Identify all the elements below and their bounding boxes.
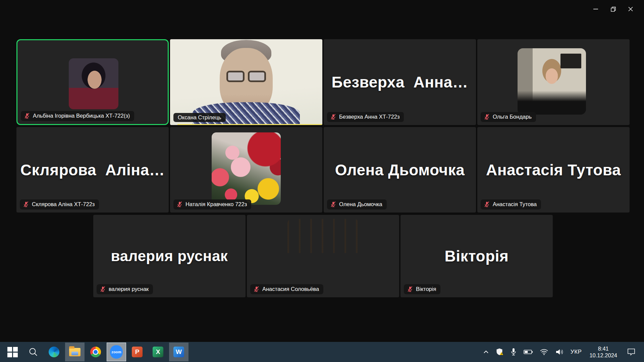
taskbar-powerpoint-button[interactable]: P (127, 342, 148, 362)
action-center-icon (627, 348, 635, 356)
participant-name-text: Склярова Аліна ХТ-722з (32, 201, 95, 207)
participant-name-label: Анастасия Соловьёва (250, 284, 323, 294)
restore-icon (611, 7, 616, 12)
video-bottom-highlight (177, 124, 322, 125)
taskbar-chrome-button[interactable] (85, 342, 106, 362)
participant-name-label: Наталія Кравченко 722з (173, 199, 251, 209)
participant-name-text: валерия руснак (109, 286, 149, 292)
tray-time: 8:41 (598, 346, 609, 352)
participant-tile-albina[interactable]: Альбіна Ігорівна Вербицька ХТ-722(з) (16, 39, 169, 125)
participant-name-text: Альбіна Ігорівна Вербицька ХТ-722(з) (33, 113, 130, 119)
minimize-icon (593, 7, 598, 11)
participant-name-text: Олена Дьомочка (339, 201, 382, 207)
muted-mic-icon (176, 201, 183, 207)
tray-clock[interactable]: 8:41 10.12.2024 (585, 342, 621, 362)
tray-security-button[interactable] (492, 342, 506, 362)
participant-tile-bezverkha[interactable]: Безверха Анна… Безверха Анна ХТ-722з (324, 39, 476, 125)
system-tray: УКР 8:41 10.12.2024 (480, 342, 644, 362)
taskbar-zoom-button[interactable]: zoom (107, 343, 126, 361)
close-icon (628, 7, 633, 11)
close-button[interactable] (622, 3, 639, 15)
participant-name-text: Вікторія (416, 286, 436, 292)
chrome-icon (90, 347, 101, 357)
tray-date: 10.12.2024 (589, 353, 617, 358)
participant-tile-viktoriia[interactable]: Вікторія Вікторія (400, 215, 553, 297)
search-icon (29, 347, 38, 357)
volume-icon (555, 349, 564, 355)
muted-mic-icon (330, 114, 336, 120)
security-shield-warning-icon (495, 348, 503, 356)
muted-mic-icon (253, 286, 260, 292)
zoom-icon: zoom (110, 345, 123, 359)
battery-icon (524, 349, 533, 355)
participant-name-text: Анастасия Соловьёва (262, 286, 319, 292)
participant-avatar-photo (518, 48, 586, 115)
participant-tile-oksana[interactable]: Оксана Стрілець (170, 39, 322, 125)
participant-name-label: валерия руснак (97, 284, 153, 294)
participant-tile-rusnak[interactable]: валерия руснак валерия руснак (93, 215, 246, 297)
participant-tile-skliarova[interactable]: Склярова Аліна… Склярова Аліна ХТ-722з (16, 127, 169, 213)
taskbar-edge-button[interactable] (44, 342, 64, 362)
tray-action-center-button[interactable] (622, 342, 641, 362)
participant-name-text: Ольга Бондарь (493, 114, 532, 120)
tray-battery-button[interactable] (521, 342, 536, 362)
muted-mic-icon (100, 286, 106, 292)
participant-name-label: Вікторія (404, 284, 440, 294)
participant-name-text: Оксана Стрілець (178, 115, 221, 120)
participant-name-label: Анастасія Тутова (481, 199, 541, 209)
participant-tile-domochka[interactable]: Олена Дьомочка Олена Дьомочка (324, 127, 476, 213)
tray-language-indicator[interactable]: УКР (568, 342, 585, 362)
participant-avatar-photo (287, 219, 359, 295)
muted-mic-icon (407, 286, 413, 292)
participant-tile-solovyova[interactable]: Анастасия Соловьёва (247, 215, 399, 297)
taskbar-excel-button[interactable]: X (148, 342, 168, 362)
edge-icon (49, 347, 59, 357)
participant-name-text: Безверха Анна ХТ-722з (339, 114, 399, 120)
muted-mic-icon (484, 114, 490, 120)
participant-name-text: Наталія Кравченко 722з (185, 201, 247, 207)
restore-button[interactable] (604, 3, 622, 15)
window-controls (587, 3, 639, 15)
tray-wifi-button[interactable] (537, 342, 551, 362)
taskbar-search-button[interactable] (23, 342, 44, 362)
participant-name-label: Олена Дьомочка (327, 199, 387, 209)
participant-tile-kravchenko[interactable]: Наталія Кравченко 722з (170, 127, 322, 213)
participant-name-label: Склярова Аліна ХТ-722з (20, 199, 99, 209)
participant-name-label: Безверха Анна ХТ-722з (327, 112, 404, 122)
tray-microphone-button[interactable] (507, 342, 520, 362)
muted-mic-icon (330, 201, 336, 207)
muted-mic-icon (484, 201, 490, 207)
muted-mic-icon (23, 201, 29, 207)
taskbar-file-explorer-button[interactable] (65, 343, 85, 361)
participant-tile-olga[interactable]: Ольга Бондарь (477, 39, 630, 125)
participant-tile-tutova[interactable]: Анастасія Тутова Анастасія Тутова (477, 127, 630, 213)
participant-video (170, 39, 322, 125)
participant-avatar-photo (212, 132, 281, 205)
tray-show-hidden-icons-button[interactable] (480, 342, 492, 362)
participant-avatar-photo (69, 58, 118, 109)
chevron-up-icon (483, 350, 489, 354)
wifi-icon (540, 349, 548, 355)
taskbar-word-button[interactable]: W (169, 343, 189, 361)
taskbar-app-icons: zoom P X W (0, 342, 189, 362)
taskbar: zoom P X W (0, 342, 644, 362)
windows-logo-icon (7, 347, 18, 357)
minimize-button[interactable] (587, 3, 604, 15)
word-icon: W (173, 347, 184, 357)
tray-volume-button[interactable] (552, 342, 567, 362)
file-explorer-icon (69, 348, 80, 356)
participant-name-label: Оксана Стрілець (173, 113, 226, 122)
powerpoint-icon: P (132, 347, 143, 357)
participant-name-label: Альбіна Ігорівна Вербицька ХТ-722(з) (21, 111, 134, 121)
excel-icon: X (153, 347, 163, 357)
participant-name-text: Анастасія Тутова (493, 201, 537, 207)
video-person-glasses (226, 71, 266, 82)
microphone-icon (510, 348, 517, 356)
muted-mic-icon (24, 113, 30, 119)
participant-name-label: Ольга Бондарь (481, 112, 536, 122)
taskbar-start-button[interactable] (2, 342, 23, 362)
